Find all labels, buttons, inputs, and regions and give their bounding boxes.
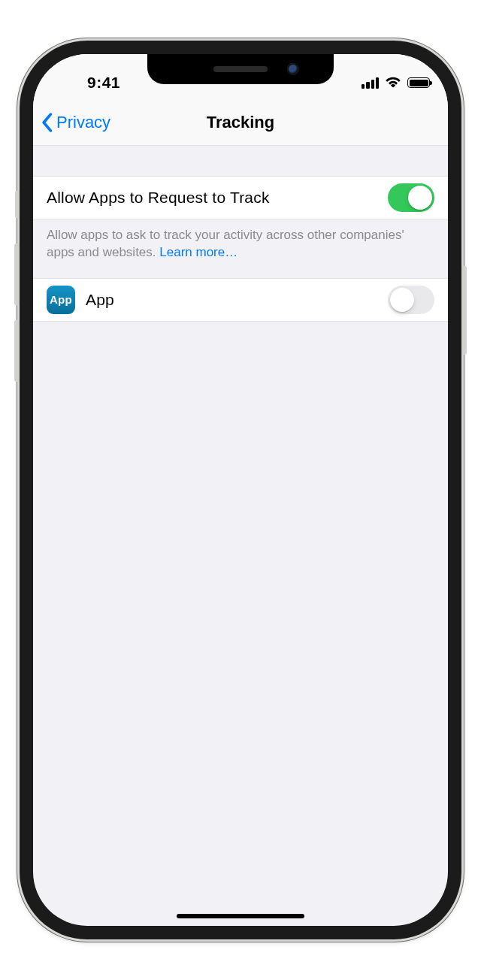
- apps-group: AppApp: [33, 278, 448, 322]
- side-button: [461, 266, 467, 355]
- status-time: 9:41: [51, 74, 156, 92]
- home-indicator[interactable]: [177, 914, 304, 918]
- front-camera: [287, 63, 299, 75]
- chevron-left-icon: [41, 113, 53, 132]
- notch: [147, 54, 334, 84]
- ring-switch: [15, 191, 20, 218]
- volume-down-button: [14, 320, 20, 382]
- allow-apps-to-request-row: Allow Apps to Request to Track: [33, 176, 448, 219]
- navigation-bar: Privacy Tracking: [33, 99, 448, 146]
- app-row: AppApp: [33, 278, 448, 322]
- cellular-icon: [362, 77, 379, 89]
- allow-apps-toggle[interactable]: [388, 183, 434, 212]
- allow-apps-label: Allow Apps to Request to Track: [47, 189, 388, 207]
- back-label: Privacy: [56, 113, 110, 132]
- app-tracking-toggle[interactable]: [388, 286, 434, 314]
- page-title: Tracking: [207, 113, 274, 132]
- earpiece-speaker: [213, 66, 268, 72]
- settings-content: Allow Apps to Request to Track Allow app…: [33, 146, 448, 322]
- app-icon: App: [47, 286, 75, 314]
- learn-more-link[interactable]: Learn more…: [159, 245, 237, 259]
- iphone-device-frame: 9:41 Privac: [20, 41, 461, 939]
- section-footer: Allow apps to ask to track your activity…: [33, 219, 448, 278]
- app-name-label: App: [86, 291, 388, 309]
- wifi-icon: [385, 73, 401, 92]
- battery-icon: [407, 77, 430, 88]
- volume-up-button: [14, 243, 20, 305]
- back-button[interactable]: Privacy: [41, 99, 110, 145]
- screen: 9:41 Privac: [33, 54, 448, 926]
